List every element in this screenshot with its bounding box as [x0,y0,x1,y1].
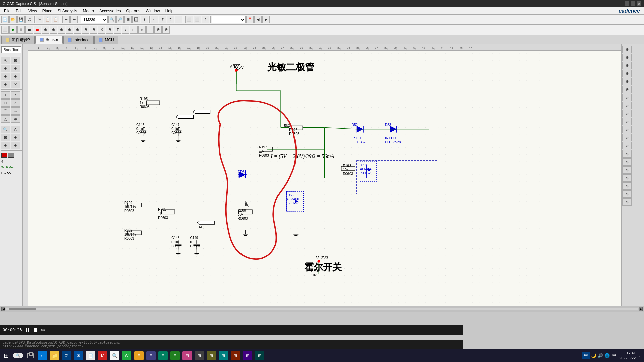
speaker-icon[interactable]: 🔊 [598,353,603,358]
zoom-in-button[interactable]: 🔍 [108,16,116,23]
right-btn-16[interactable]: ⊕ [622,166,632,174]
play-button[interactable]: ▶ [9,26,17,34]
save-button[interactable]: 💾 [17,16,25,23]
marker-button[interactable]: 📍 [246,16,254,23]
right-btn-13[interactable]: ⊕ [622,142,632,149]
undo-button[interactable]: ↩ [62,16,70,23]
app3-button[interactable]: W [121,350,133,362]
ellipse-button[interactable]: ○ [138,26,146,34]
net-tool[interactable]: ⊕ [1,81,10,88]
redo-button[interactable]: ↪ [70,16,78,23]
power-tool[interactable]: ⊕ [11,73,20,80]
ime-cn[interactable]: 中 [611,353,618,358]
component-dropdown[interactable]: LM239 [81,16,108,23]
pin-button[interactable]: ⊕ [154,26,162,34]
zoom-area-button[interactable]: 🔲 [132,16,140,23]
menu-help[interactable]: Help [163,8,176,14]
right-btn-19[interactable]: ⊕ [622,190,632,198]
gnd-button[interactable]: ⊕ [90,26,97,34]
arc-tool[interactable]: ⌒ [1,107,10,115]
app1-button[interactable]: M [97,350,109,362]
right-btn-10[interactable]: ⊕ [622,118,632,125]
app11-button[interactable]: ⊞ [217,350,229,362]
snap-tool[interactable]: ⊕ [1,142,10,149]
start-button[interactable]: ⊞ [0,350,12,362]
explorer-button[interactable]: 📁 [48,350,60,362]
flip-h-button[interactable]: ⇔ [151,16,158,23]
open-button[interactable]: 📂 [9,16,17,23]
menu-options[interactable]: Options [124,8,143,14]
menu-window[interactable]: Window [143,8,163,14]
right-btn-20[interactable]: ⊕ [622,198,632,206]
right-btn-6[interactable]: ⊕ [622,86,632,93]
defender-button[interactable]: 🛡 [60,350,72,362]
bus-tool[interactable]: ⊕ [11,65,20,72]
drc-tool[interactable]: ⊕ [11,142,20,149]
right-btn-9[interactable]: ⊕ [622,110,632,117]
poly-tool[interactable]: △ [1,115,10,123]
scrollbar-track[interactable] [6,308,638,310]
noconn-tool[interactable]: ✕ [11,81,20,88]
tab-mcu[interactable]: MCU [94,36,118,44]
record-button[interactable]: ⏺ [34,26,41,34]
right-btn-4[interactable]: ⊕ [622,70,632,77]
network-icon[interactable]: 🌐 [604,353,610,358]
tab-hardware[interactable]: 硬件进步? [1,36,35,44]
power-button[interactable]: ⊕ [82,26,89,34]
right-btn-7[interactable]: ⊕ [622,94,632,101]
no-connect-button[interactable]: ✕ [98,26,105,34]
right-btn-2[interactable]: ⊕ [622,54,632,61]
part-tool[interactable]: ⊞ [11,57,20,64]
step-button[interactable]: ⊕ [42,26,49,34]
scroll-area[interactable]: ◀ ▶ [0,306,644,312]
menu-place[interactable]: Place [40,8,55,14]
right-btn-8[interactable]: ⊕ [622,102,632,109]
tab-interface[interactable]: Interface [63,36,94,44]
search-taskbar-button[interactable]: 🔍 [12,350,24,362]
print-button[interactable]: 🖨 [25,16,33,23]
notifications-icon[interactable]: 🗨 [637,353,641,358]
zoom-out-button[interactable]: 🔎 [116,16,124,23]
rect-tool[interactable]: □ [1,99,10,107]
right-btn-11[interactable]: ⊕ [622,126,632,133]
part-button[interactable]: ⊕ [106,26,113,34]
minimize-button[interactable]: — [625,1,629,6]
app13-button[interactable]: ⊞ [241,350,254,362]
scroll-left[interactable]: ◀ [1,307,5,311]
new-button[interactable]: 📄 [1,16,9,23]
right-btn-18[interactable]: ⊕ [622,182,632,190]
right-btn-15[interactable]: ⊕ [622,158,632,166]
app10-button[interactable]: ⊞ [205,350,217,362]
junction-button[interactable]: ⊕ [66,26,73,34]
right-btn-17[interactable]: ⊕ [622,174,632,182]
window-controls[interactable]: — □ ✕ [625,1,641,6]
tab-sensor[interactable]: Sensor [35,36,63,44]
mail-button[interactable]: ✉ [72,350,85,362]
app7-button[interactable]: ⊞ [169,350,181,362]
right-btn-5[interactable]: ⊕ [622,78,632,85]
hier-block-button[interactable]: ⊕ [162,26,170,34]
bezier-tool[interactable]: ⌣ [11,107,20,115]
zoom-tool[interactable]: 🔍 [1,126,10,133]
menu-si-analysis[interactable]: SI Analysis [55,8,80,14]
arc-button[interactable]: ⌒ [146,26,154,34]
edge-button[interactable]: e [36,350,48,362]
line-button[interactable]: / [122,26,129,34]
select-tool[interactable]: ↖ [1,57,10,64]
pin-tool[interactable]: ⊕ [11,115,20,123]
secondary-dropdown[interactable] [212,16,246,23]
rotate-button[interactable]: ↻ [167,16,174,23]
taskview-button[interactable] [24,350,36,362]
ellipse-tool[interactable]: ○ [11,99,20,107]
menu-edit[interactable]: Edit [13,8,25,14]
stop-button[interactable]: ⏹ [25,26,33,34]
scrollbar-thumb[interactable] [9,308,36,310]
right-btn-1[interactable]: ⊕ [622,46,632,53]
nav-prev-button[interactable]: ◀ [254,16,262,23]
view-button[interactable]: 👁 [141,16,148,23]
mirror-button[interactable]: ↔ [175,16,182,23]
app4-button[interactable]: ⊞ [133,350,145,362]
right-btn-3[interactable]: ⊕ [622,62,632,69]
help-button[interactable]: ? [202,16,209,23]
grid-tool[interactable]: ⊞ [1,134,10,141]
